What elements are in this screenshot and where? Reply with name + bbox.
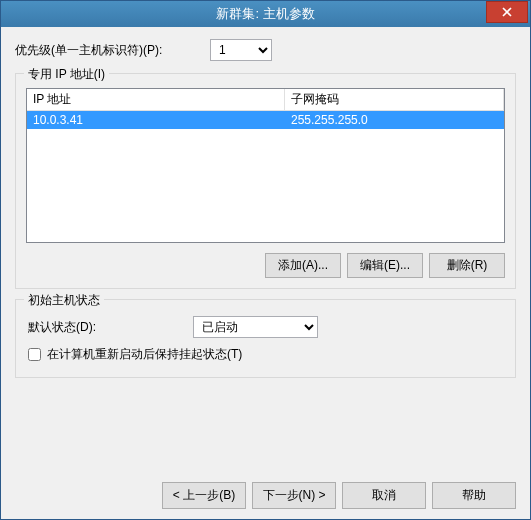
close-button[interactable]: [486, 1, 528, 23]
ip-groupbox: 专用 IP 地址(I) IP 地址 子网掩码 10.0.3.41 255.255…: [15, 73, 516, 289]
titlebar: 新群集: 主机参数: [1, 1, 530, 27]
listview-body: 10.0.3.41 255.255.255.0: [27, 111, 504, 242]
default-state-row: 默认状态(D): 已启动: [28, 316, 503, 338]
state-groupbox: 初始主机状态 默认状态(D): 已启动 在计算机重新启动后保持挂起状态(T): [15, 299, 516, 378]
priority-row: 优先级(单一主机标识符)(P): 1: [15, 39, 516, 61]
close-icon: [502, 7, 512, 17]
remove-button[interactable]: 删除(R): [429, 253, 505, 278]
ip-button-row: 添加(A)... 编辑(E)... 删除(R): [26, 253, 505, 278]
cancel-button[interactable]: 取消: [342, 482, 426, 509]
column-header-ip[interactable]: IP 地址: [27, 89, 285, 110]
listview-header: IP 地址 子网掩码: [27, 89, 504, 111]
ip-listview[interactable]: IP 地址 子网掩码 10.0.3.41 255.255.255.0: [26, 88, 505, 243]
default-state-select[interactable]: 已启动: [193, 316, 318, 338]
cell-mask: 255.255.255.0: [285, 111, 504, 129]
priority-select[interactable]: 1: [210, 39, 272, 61]
default-state-label: 默认状态(D):: [28, 319, 183, 336]
retain-checkbox-label[interactable]: 在计算机重新启动后保持挂起状态(T): [47, 346, 242, 363]
back-button[interactable]: < 上一步(B): [162, 482, 246, 509]
table-row[interactable]: 10.0.3.41 255.255.255.0: [27, 111, 504, 129]
wizard-nav-row: < 上一步(B) 下一步(N) > 取消 帮助: [15, 472, 516, 509]
client-area: 优先级(单一主机标识符)(P): 1 专用 IP 地址(I) IP 地址 子网掩…: [1, 27, 530, 519]
add-button[interactable]: 添加(A)...: [265, 253, 341, 278]
titlebar-text: 新群集: 主机参数: [1, 5, 530, 23]
dialog-window: 新群集: 主机参数 优先级(单一主机标识符)(P): 1 专用 IP 地址(I)…: [0, 0, 531, 520]
state-groupbox-legend: 初始主机状态: [24, 292, 104, 309]
next-button[interactable]: 下一步(N) >: [252, 482, 336, 509]
cell-ip: 10.0.3.41: [27, 111, 285, 129]
spacer: [15, 388, 516, 472]
column-header-mask[interactable]: 子网掩码: [285, 89, 504, 110]
ip-groupbox-legend: 专用 IP 地址(I): [24, 66, 109, 83]
help-button[interactable]: 帮助: [432, 482, 516, 509]
edit-button[interactable]: 编辑(E)...: [347, 253, 423, 278]
priority-label: 优先级(单一主机标识符)(P):: [15, 42, 185, 59]
retain-checkbox-row: 在计算机重新启动后保持挂起状态(T): [28, 346, 503, 363]
retain-checkbox[interactable]: [28, 348, 41, 361]
